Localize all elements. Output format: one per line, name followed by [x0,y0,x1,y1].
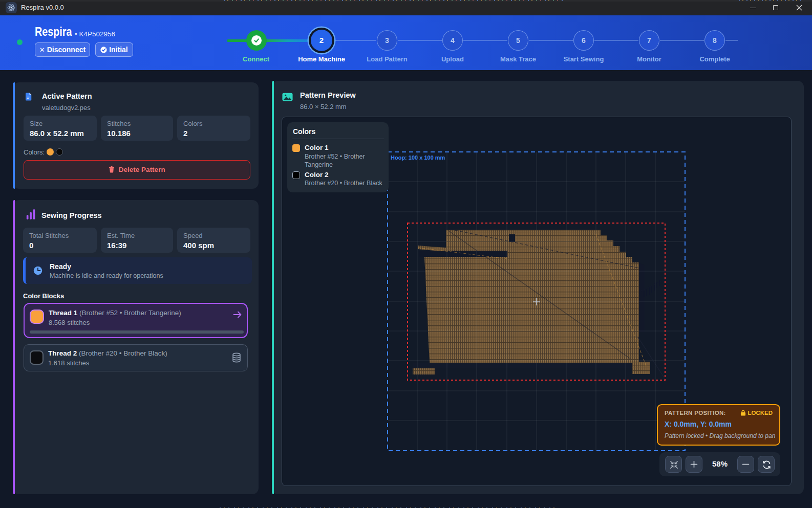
svg-text:Hoop: 100 x 100 mm: Hoop: 100 x 100 mm [391,154,445,161]
